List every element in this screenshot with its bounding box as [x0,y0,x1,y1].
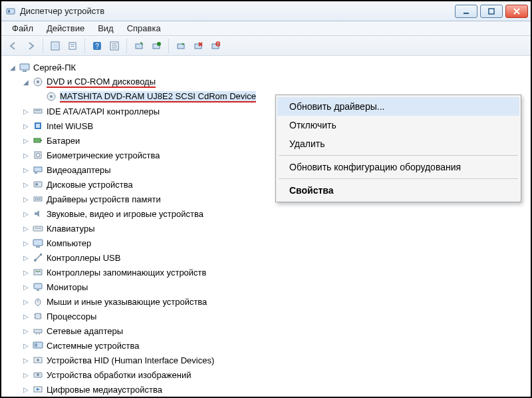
list-toolbar-button[interactable] [106,38,122,54]
expand-icon[interactable]: ▷ [21,224,31,233]
cm-update-drivers[interactable]: Обновить драйверы... [277,97,519,116]
svg-rect-7 [53,43,58,49]
svg-rect-0 [7,9,15,14]
expand-icon[interactable]: ▷ [21,355,31,365]
tree-category-label: Контроллеры запоминающих устройств [47,268,206,278]
menu-file[interactable]: Файл [5,21,40,35]
window-controls [455,5,528,18]
svg-rect-37 [34,138,41,142]
svg-rect-17 [136,44,142,49]
chip-icon [32,120,44,131]
tree-root-label: Сергей-ПК [33,63,76,73]
scan-toolbar-button[interactable] [131,38,147,54]
network-icon [32,325,44,336]
expand-icon[interactable]: ▷ [21,136,31,145]
menu-help[interactable]: Справка [120,21,168,35]
expand-icon[interactable]: ▷ [21,180,31,189]
tree-category-system[interactable]: ▷Системные устройства [21,338,531,353]
minimize-button[interactable] [455,5,477,18]
back-button[interactable] [5,38,21,54]
svg-rect-48 [39,198,41,200]
media-icon [32,384,44,395]
enable-toolbar-button[interactable] [173,38,189,54]
collapse-icon[interactable]: ◢ [8,63,17,72]
uninstall-toolbar-button[interactable] [207,38,223,54]
tree-category-label: Биометрические устройства [47,150,160,160]
expand-icon[interactable]: ▷ [21,194,31,204]
imaging-icon [32,369,44,380]
svg-point-32 [50,95,53,98]
menu-action[interactable]: Действие [40,21,91,35]
properties-toolbar-button[interactable] [65,38,80,54]
svg-rect-46 [35,198,37,200]
svg-point-44 [35,183,38,186]
svg-rect-66 [34,329,42,333]
expand-icon[interactable]: ▷ [21,268,31,277]
svg-rect-52 [36,246,40,248]
expand-icon[interactable]: ▷ [21,121,31,130]
tree-category-cpu[interactable]: ▷Процессоры [21,309,531,323]
mouse-icon [32,296,44,307]
expand-icon[interactable]: ▷ [21,385,31,394]
tree-category-keyboards[interactable]: ▷Клавиатуры [21,221,531,236]
toolbar-separator [168,39,169,53]
maximize-button[interactable] [480,5,503,18]
tree-category-storage-ctrl[interactable]: ▷Контроллеры запоминающих устройств [21,265,531,280]
monitor-icon [32,282,44,292]
expand-icon[interactable]: ▷ [21,311,31,321]
tree-category-label: Звуковые, видео и игровые устройства [47,209,203,219]
svg-rect-47 [37,198,39,200]
close-button[interactable] [505,5,528,18]
tree-category-label: Сетевые адаптеры [47,326,123,336]
expand-icon[interactable]: ▷ [21,282,31,292]
tree-category-label: Клавиатуры [47,224,95,234]
tree-root[interactable]: ◢ Сергей-ПК [8,60,531,75]
expand-icon[interactable]: ▷ [21,326,31,335]
tree-category-mice[interactable]: ▷Мыши и иные указывающие устройства [21,294,531,309]
cm-separator [279,178,518,179]
update-toolbar-button[interactable] [148,38,164,54]
tree-category-usb[interactable]: ▷Контроллеры USB [21,250,531,265]
tree-category-computer[interactable]: ▷Компьютер [21,236,531,250]
forward-button[interactable] [23,38,39,54]
expand-icon[interactable]: ▷ [21,253,31,262]
cm-uninstall[interactable]: Удалить [277,134,519,153]
svg-rect-8 [69,43,76,49]
tree-category-hid[interactable]: ▷Устройства HID (Human Interface Devices… [21,353,531,367]
tree-category-label: Драйверы устройств памяти [47,194,161,204]
tree-category-sound[interactable]: ▷Звуковые, видео и игровые устройства [21,206,531,221]
expand-icon[interactable]: ▷ [21,209,31,218]
collapse-icon[interactable]: ◢ [21,77,31,87]
svg-point-19 [157,42,161,46]
expand-icon[interactable]: ▷ [21,106,31,116]
tree-category-label: Intel WiUSB [47,121,93,131]
cm-scan-hardware[interactable]: Обновить конфигурацию оборудования [277,158,519,176]
tree-category-digital-media[interactable]: ▷Цифровые медиаустройства [21,382,531,397]
battery-icon [32,135,44,146]
tree-category-net[interactable]: ▷Сетевые адаптеры [21,323,531,338]
tree-category-dvd[interactable]: ◢ DVD и CD-ROM дисководы [21,75,531,89]
disable-toolbar-button[interactable] [190,38,206,54]
svg-point-30 [37,81,39,83]
cm-separator [279,155,518,156]
expand-icon[interactable]: ▷ [21,238,31,248]
tree-category-label: Системные устройства [47,341,139,351]
usb-icon [32,252,44,263]
context-menu: Обновить драйверы... Отключить Удалить О… [275,95,521,202]
tree-category-monitors[interactable]: ▷Мониторы [21,280,531,294]
expand-icon[interactable]: ▷ [21,370,31,379]
tree-category-imaging[interactable]: ▷Устройства обработки изображений [21,367,531,382]
computer-icon [19,62,31,73]
expand-icon[interactable]: ▷ [21,341,31,350]
expand-icon[interactable]: ▷ [21,165,31,174]
svg-rect-33 [34,109,42,113]
tree-category-label: Цифровые медиаустройства [47,385,162,395]
menu-view[interactable]: Вид [91,21,120,35]
toolbar: ? [1,36,531,56]
cm-properties[interactable]: Свойства [277,181,519,200]
expand-icon[interactable]: ▷ [21,297,31,306]
show-hidden-button[interactable] [47,38,63,54]
help-toolbar-button[interactable]: ? [89,38,105,54]
cm-disable[interactable]: Отключить [277,116,519,134]
expand-icon[interactable]: ▷ [21,150,31,160]
